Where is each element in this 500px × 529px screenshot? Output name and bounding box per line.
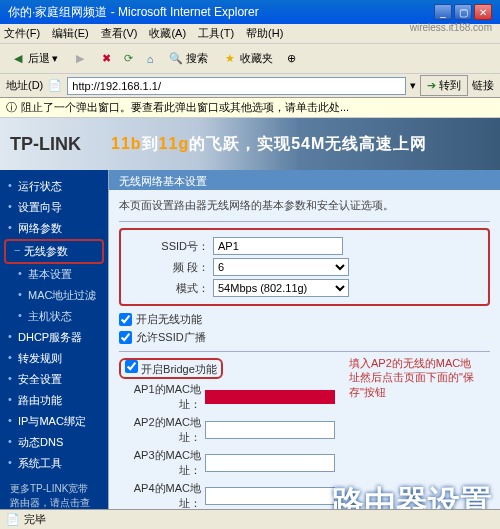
links-label[interactable]: 链接 xyxy=(472,78,494,93)
panel-title: 无线网络基本设置 xyxy=(109,170,500,190)
back-icon: ◀ xyxy=(10,51,26,67)
menu-edit[interactable]: 编辑(E) xyxy=(52,26,89,41)
star-icon: ★ xyxy=(222,51,238,67)
sidebar-item-network[interactable]: 网络参数 xyxy=(0,218,108,239)
sidebar-item-forward[interactable]: 转发规则 xyxy=(0,348,108,369)
ap1-mac-input[interactable] xyxy=(205,390,335,404)
history-icon[interactable]: ⊕ xyxy=(283,51,299,67)
menu-view[interactable]: 查看(V) xyxy=(101,26,138,41)
maximize-button[interactable]: ▢ xyxy=(454,4,472,20)
status-text: 完毕 xyxy=(24,512,46,527)
panel-desc: 本页面设置路由器无线网络的基本参数和安全认证选项。 xyxy=(119,198,490,213)
info-icon: ⓘ xyxy=(6,100,17,115)
wireless-checkbox[interactable] xyxy=(119,313,132,326)
go-icon: ➔ xyxy=(427,79,436,91)
close-button[interactable]: ✕ xyxy=(474,4,492,20)
window-title: 你的·家庭组网频道 - Microsoft Internet Explorer xyxy=(8,4,259,21)
ap1-mac-label: AP1的MAC地址： xyxy=(119,382,201,412)
ap3-mac-label: AP3的MAC地址： xyxy=(119,448,201,478)
forward-button[interactable]: ▶ xyxy=(68,49,92,69)
wireless-label: 开启无线功能 xyxy=(136,312,202,327)
menu-help[interactable]: 帮助(H) xyxy=(246,26,283,41)
menu-fav[interactable]: 收藏(A) xyxy=(149,26,186,41)
bridge-label: 开启Bridge功能 xyxy=(141,363,217,375)
ssid-input[interactable] xyxy=(213,237,343,255)
bridge-highlight: 开启Bridge功能 xyxy=(119,358,223,379)
window-titlebar: 你的·家庭组网频道 - Microsoft Internet Explorer … xyxy=(0,0,500,24)
menu-file[interactable]: 文件(F) xyxy=(4,26,40,41)
ap3-mac-input[interactable] xyxy=(205,454,335,472)
infobar-text: 阻止了一个弹出窗口。要查看此弹出窗口或其他选项，请单击此处... xyxy=(21,100,349,115)
go-button[interactable]: ➔ 转到 xyxy=(420,75,468,96)
sidebar-item-status[interactable]: 运行状态 xyxy=(0,176,108,197)
sidebar-item-ipmac[interactable]: IP与MAC绑定 xyxy=(0,411,108,432)
ap2-mac-input[interactable] xyxy=(205,421,335,439)
ssid-label: SSID号： xyxy=(127,239,209,254)
page-icon: 📄 xyxy=(47,78,63,94)
ap2-mac-label: AP2的MAC地址： xyxy=(119,415,201,445)
annotation-text: 填入AP2的无线的MAC地址然后点击页面下面的"保存"按钮 xyxy=(349,356,479,399)
channel-select[interactable]: 6 xyxy=(213,258,349,276)
sidebar-item-routing[interactable]: 路由功能 xyxy=(0,390,108,411)
search-button[interactable]: 🔍搜索 xyxy=(164,49,212,69)
banner: TP-LINK 11b到11g的飞跃，实现54M无线高速上网 xyxy=(0,118,500,170)
channel-label: 频 段： xyxy=(127,260,209,275)
sidebar-item-dhcp[interactable]: DHCP服务器 xyxy=(0,327,108,348)
stop-icon[interactable]: ✖ xyxy=(98,51,114,67)
banner-text: 11b到11g的飞跃，实现54M无线高速上网 xyxy=(111,134,427,155)
statusbar: 📄 完毕 xyxy=(0,509,500,529)
chevron-down-icon[interactable]: ▾ xyxy=(410,79,416,92)
window-controls: _ ▢ ✕ xyxy=(434,4,492,20)
sidebar-item-ddns[interactable]: 动态DNS xyxy=(0,432,108,453)
favorites-button[interactable]: ★收藏夹 xyxy=(218,49,277,69)
sidebar-item-wireless[interactable]: 无线参数 xyxy=(4,239,104,264)
bridge-checkbox[interactable] xyxy=(125,360,138,373)
back-button[interactable]: ◀ 后退 ▾ xyxy=(6,49,62,69)
addressbar: 地址(D) 📄 ▾ ➔ 转到 链接 xyxy=(0,74,500,98)
sidebar: 运行状态 设置向导 网络参数 无线参数 基本设置 MAC地址过滤 主机状态 DH… xyxy=(0,170,108,509)
done-icon: 📄 xyxy=(6,513,20,526)
home-icon[interactable]: ⌂ xyxy=(142,51,158,67)
sidebar-item-basic[interactable]: 基本设置 xyxy=(0,264,108,285)
logo: TP-LINK xyxy=(10,134,81,155)
sidebar-item-system[interactable]: 系统工具 xyxy=(0,453,108,474)
ssid-broadcast-label: 允许SSID广播 xyxy=(136,330,206,345)
main-panel: 无线网络基本设置 本页面设置路由器无线网络的基本参数和安全认证选项。 SSID号… xyxy=(108,170,500,509)
toolbar: ◀ 后退 ▾ ▶ ✖ ⟳ ⌂ 🔍搜索 ★收藏夹 ⊕ xyxy=(0,44,500,74)
mode-label: 模式： xyxy=(127,281,209,296)
chevron-down-icon: ▾ xyxy=(52,52,58,65)
sidebar-note[interactable]: 更多TP-LINK宽带路由器，请点击查看 >> xyxy=(0,474,108,509)
refresh-icon[interactable]: ⟳ xyxy=(120,51,136,67)
ssid-group-highlight: SSID号： 频 段：6 模式：54Mbps (802.11g) xyxy=(119,228,490,306)
menu-tools[interactable]: 工具(T) xyxy=(198,26,234,41)
sidebar-item-wizard[interactable]: 设置向导 xyxy=(0,197,108,218)
sidebar-item-hoststatus[interactable]: 主机状态 xyxy=(0,306,108,327)
infobar[interactable]: ⓘ 阻止了一个弹出窗口。要查看此弹出窗口或其他选项，请单击此处... xyxy=(0,98,500,118)
ssid-broadcast-checkbox[interactable] xyxy=(119,331,132,344)
watermark-top: wireless.it168.com xyxy=(410,22,492,33)
address-label: 地址(D) xyxy=(6,78,43,93)
minimize-button[interactable]: _ xyxy=(434,4,452,20)
ap4-mac-input[interactable] xyxy=(205,487,335,505)
address-input[interactable] xyxy=(67,77,406,95)
ap4-mac-label: AP4的MAC地址： xyxy=(119,481,201,509)
mode-select[interactable]: 54Mbps (802.11g) xyxy=(213,279,349,297)
search-icon: 🔍 xyxy=(168,51,184,67)
sidebar-item-macfilter[interactable]: MAC地址过滤 xyxy=(0,285,108,306)
sidebar-item-security[interactable]: 安全设置 xyxy=(0,369,108,390)
forward-icon: ▶ xyxy=(72,51,88,67)
